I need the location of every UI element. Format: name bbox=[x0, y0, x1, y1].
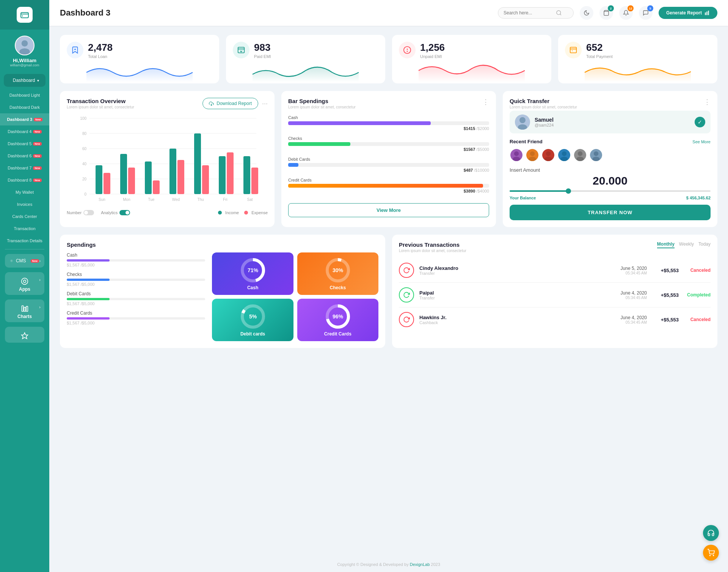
cash-donut-svg: 71% bbox=[240, 257, 266, 284]
sidebar-item-dashboard-dark[interactable]: Dashboard Dark bbox=[0, 101, 49, 113]
sidebar-username: Hi,William bbox=[13, 58, 36, 63]
cart-fab[interactable] bbox=[703, 545, 719, 561]
sidebar-item-transaction[interactable]: Transaction bbox=[0, 223, 49, 235]
favorites-btn[interactable] bbox=[5, 327, 44, 343]
friend-avatar-3[interactable] bbox=[541, 148, 555, 162]
tab-monthly[interactable]: Monthly bbox=[657, 241, 675, 248]
transaction-row: Hawkins Jr. Cashback June 4, 2020 05:34:… bbox=[399, 307, 711, 332]
unpaid-emi-icon-wrap bbox=[399, 42, 416, 58]
tab-today[interactable]: Today bbox=[698, 241, 711, 248]
tab-weekly[interactable]: Weekly bbox=[679, 241, 694, 248]
spending-items-list: Cash $1,567 /$5,000 Checks $1,567 bbox=[67, 252, 205, 341]
notification-btn[interactable]: 12 bbox=[619, 6, 633, 20]
shopping-cart-icon bbox=[707, 549, 715, 556]
paid-emi-label: Paid EMI bbox=[254, 54, 271, 59]
quick-transfer-menu[interactable]: ⋮ bbox=[704, 98, 711, 106]
transaction-overview-menu[interactable]: ··· bbox=[262, 100, 268, 108]
sidebar-item-invoices[interactable]: Invoices bbox=[0, 198, 49, 210]
spending-item-debit: Debit Cards $1,567 /$5,000 bbox=[67, 291, 205, 306]
see-more-btn[interactable]: See More bbox=[692, 139, 711, 144]
bar-spendings-list: Cash $1415 /$2000 Checks bbox=[288, 115, 489, 193]
donut-grid: 71% Cash 30% Checks bbox=[212, 252, 378, 341]
sidebar-item-dashboard-5[interactable]: Dashboard 5 New bbox=[0, 138, 49, 150]
transaction-row: Paipal Transfer June 4, 2020 05:34:45 AM… bbox=[399, 283, 711, 307]
trans-status-0: Canceled bbox=[684, 268, 711, 273]
generate-report-btn[interactable]: Generate Report bbox=[659, 7, 717, 19]
footer-link[interactable]: DexignLab bbox=[410, 562, 430, 567]
svg-rect-59 bbox=[128, 168, 135, 194]
svg-point-11 bbox=[24, 280, 26, 283]
svg-text:Tue: Tue bbox=[148, 197, 155, 202]
spending-bar-cash: Cash $1415 /$2000 bbox=[288, 115, 489, 131]
search-input[interactable] bbox=[504, 10, 553, 16]
dashboard-menu-btn[interactable]: Dashboard ▾ bbox=[4, 74, 46, 87]
svg-point-9 bbox=[11, 260, 12, 261]
svg-rect-20 bbox=[706, 12, 707, 15]
apps-btn[interactable]: Apps › bbox=[5, 272, 44, 295]
income-dot bbox=[218, 211, 222, 215]
sidebar-item-transaction-details[interactable]: Transaction Details bbox=[0, 235, 49, 247]
total-payment-wave bbox=[565, 61, 711, 82]
cart-btn[interactable]: 2 bbox=[599, 6, 613, 20]
chart-legend: Number Analytics Income bbox=[67, 210, 268, 215]
dark-mode-btn[interactable] bbox=[580, 6, 593, 20]
bar-chart-svg: 100 80 60 40 20 0 Sun Mon Tue Wed Thu Fr… bbox=[67, 114, 268, 205]
total-payment-icon bbox=[569, 46, 577, 54]
stat-card-paid-emi: 983 Paid EMI bbox=[226, 35, 385, 83]
cms-btn[interactable]: CMS New › bbox=[5, 254, 44, 268]
footer: Copyright © Designed & Developed by Dexi… bbox=[49, 557, 728, 572]
sidebar-item-dashboard-4[interactable]: Dashboard 4 New bbox=[0, 125, 49, 138]
friend-avatar-4[interactable] bbox=[557, 148, 571, 162]
friend-avatars bbox=[510, 148, 711, 162]
svg-marker-15 bbox=[22, 333, 28, 339]
bar-spendings-menu[interactable]: ⋮ bbox=[482, 98, 489, 106]
sidebar-item-cards-center[interactable]: Cards Center bbox=[0, 210, 49, 223]
trans-icon-2 bbox=[399, 312, 414, 327]
download-report-btn[interactable]: Download Report bbox=[202, 98, 258, 109]
support-fab[interactable] bbox=[703, 525, 719, 541]
friend-avatar-5[interactable] bbox=[573, 148, 587, 162]
message-btn[interactable]: 5 bbox=[639, 6, 653, 20]
number-toggle[interactable] bbox=[83, 210, 94, 215]
bottom-row: Spendings Cash $1,567 /$5,000 bbox=[60, 235, 717, 348]
svg-rect-28 bbox=[570, 47, 577, 53]
prev-transactions-header: Previous Transactions Lorem ipsum dolor … bbox=[399, 241, 711, 253]
headset-icon bbox=[707, 529, 715, 537]
sidebar-item-dashboard-7[interactable]: Dashboard 7 New bbox=[0, 162, 49, 174]
sidebar-item-dashboard-light[interactable]: Dashboard Light bbox=[0, 89, 49, 101]
transfer-now-btn[interactable]: TRANSFER NOW bbox=[510, 205, 711, 220]
total-payment-icon-wrap bbox=[565, 42, 582, 58]
friend-avatar-1[interactable] bbox=[510, 148, 523, 162]
sidebar-item-dashboard-8[interactable]: Dashboard 8 New bbox=[0, 174, 49, 186]
quick-transfer-user: Samuel @sam224 ✓ bbox=[510, 111, 711, 133]
tab-pills: Monthly Weekly Today bbox=[657, 241, 711, 248]
amount-display: 20.000 bbox=[510, 174, 711, 187]
avatar bbox=[15, 36, 35, 55]
stat-card-total-loan: 2,478 Total Loan bbox=[60, 35, 219, 83]
svg-rect-64 bbox=[251, 168, 258, 194]
bell-icon bbox=[623, 10, 629, 16]
friend-avatar-6[interactable] bbox=[589, 148, 603, 162]
spending-bar-checks: Checks $1567 /$5000 bbox=[288, 136, 489, 152]
main-area: Dashboard 3 2 12 5 Generate Report bbox=[49, 0, 728, 572]
svg-line-17 bbox=[560, 14, 561, 15]
amount-slider[interactable] bbox=[510, 190, 711, 192]
friend-avatar-2[interactable] bbox=[526, 148, 539, 162]
analytics-toggle[interactable] bbox=[119, 210, 130, 215]
spendings-card: Spendings Cash $1,567 /$5,000 bbox=[60, 235, 385, 348]
svg-rect-61 bbox=[177, 160, 184, 194]
charts-btn[interactable]: Charts › bbox=[5, 299, 44, 322]
svg-rect-0 bbox=[21, 13, 28, 18]
chevron-right-icon: › bbox=[39, 259, 41, 263]
sidebar-item-dashboard-6[interactable]: Dashboard 6 New bbox=[0, 150, 49, 162]
view-more-btn[interactable]: View More bbox=[288, 203, 489, 217]
fab-area bbox=[703, 525, 719, 561]
message-badge: 5 bbox=[647, 5, 653, 11]
sidebar-item-my-wallet[interactable]: My Wallet bbox=[0, 186, 49, 198]
chevron-right-icon: › bbox=[39, 305, 41, 309]
sidebar-item-dashboard-3[interactable]: Dashboard 3 New bbox=[0, 113, 49, 125]
new-badge: New bbox=[33, 166, 41, 170]
bar-chart-icon bbox=[704, 10, 710, 16]
spending-item-cash: Cash $1,567 /$5,000 bbox=[67, 252, 205, 267]
logo-icon[interactable] bbox=[17, 7, 33, 23]
